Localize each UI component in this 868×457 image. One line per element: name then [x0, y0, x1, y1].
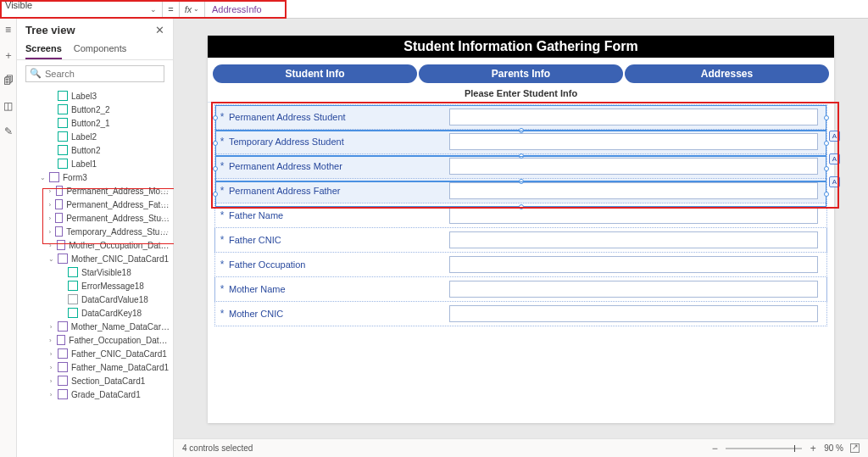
required-star: * [215, 259, 229, 270]
tree-item[interactable]: ›Father_Occupation_DataCard1 [17, 333, 173, 347]
field-input[interactable] [449, 231, 818, 248]
tree-item[interactable]: StarVisible18 [17, 265, 173, 279]
form-field-row[interactable]: *Father Name [214, 203, 827, 228]
tab-student-info[interactable]: Student Info [213, 64, 417, 83]
form-container[interactable]: *Permanent Address Student*Temporary Add… [214, 104, 827, 326]
tree-item[interactable]: ›Section_DataCard1 [17, 374, 173, 387]
close-icon[interactable]: ✕ [155, 24, 164, 36]
expander-icon[interactable]: ⌄ [39, 174, 46, 181]
property-dropdown[interactable]: Visible ⌄ [0, 0, 163, 18]
search-input[interactable] [25, 65, 164, 82]
zoom-slider[interactable] [726, 448, 802, 449]
more-icon[interactable]: ··· [160, 187, 170, 195]
tree-item-label: Button2 [71, 146, 100, 155]
expander-icon[interactable]: › [47, 377, 54, 385]
field-input[interactable] [449, 158, 818, 175]
form-field-row[interactable]: *Mother Name [214, 276, 827, 302]
tree-item[interactable]: ErrorMessage18 [17, 279, 173, 293]
form-field-row[interactable]: *Mother CNIC [214, 301, 827, 326]
more-icon[interactable]: ··· [160, 200, 170, 209]
tree-item[interactable]: ›Permanent_Address_Mother_DataCard··· [17, 184, 173, 198]
tree-item[interactable]: ›Permanent_Address_Student_DataCard··· [17, 211, 173, 225]
tree-item[interactable]: ›Mother_Name_DataCard1 [17, 320, 173, 333]
tree-item-label: Form3 [63, 173, 87, 182]
tree-item[interactable]: ›Temporary_Address_Student_DataCard··· [17, 225, 173, 238]
expander-icon[interactable]: › [47, 215, 52, 222]
insert-icon[interactable]: ＋ [3, 49, 14, 61]
control-icon [58, 376, 68, 386]
tree-item[interactable]: Label1 [17, 157, 173, 170]
expander-icon[interactable]: ⌄ [47, 255, 54, 263]
selection-tag: A [829, 153, 840, 164]
expander-icon[interactable]: › [47, 323, 54, 331]
field-input[interactable] [449, 305, 818, 322]
tab-components[interactable]: Components [74, 38, 126, 59]
tree-item[interactable]: ›Mother_Occupation_DataCard1 [17, 238, 173, 252]
field-input[interactable] [449, 109, 818, 125]
tree-item[interactable]: Label3 [17, 89, 173, 103]
data-icon[interactable]: 🗐 [3, 75, 14, 86]
field-input[interactable] [449, 207, 818, 224]
left-rail: ≡ ＋ 🗐 ◫ ✎ [0, 19, 17, 457]
control-icon [68, 281, 78, 291]
form-field-row[interactable]: *Permanent Address Father [214, 178, 827, 203]
tree-item[interactable]: DataCardValue18 [17, 293, 173, 306]
tab-screens[interactable]: Screens [25, 38, 62, 59]
tree-item[interactable]: Button2_2 [17, 103, 173, 116]
expander-icon[interactable]: › [47, 337, 53, 344]
media-icon[interactable]: ◫ [3, 100, 14, 112]
tree-item[interactable]: ›Father_CNIC_DataCard1 [17, 347, 173, 360]
control-icon [58, 254, 68, 264]
required-star: * [215, 185, 229, 197]
tree-item[interactable]: ›Grade_DataCard1 [17, 387, 173, 401]
tab-parents-info[interactable]: Parents Info [419, 64, 623, 83]
search-icon: 🔍 [30, 68, 42, 79]
expander-icon[interactable]: › [47, 391, 54, 398]
field-input[interactable] [449, 281, 818, 298]
tree-item[interactable]: Label2 [17, 130, 173, 143]
tree-panel: Tree view ✕ Screens Components 🔍 Label3B… [17, 19, 174, 457]
form-field-row[interactable]: *Father Occupation [214, 252, 827, 277]
expander-icon[interactable]: › [47, 350, 54, 358]
control-icon [68, 294, 78, 304]
zoom-in-button[interactable]: + [809, 443, 817, 454]
formula-input[interactable]: AddressInfo [205, 0, 868, 18]
tree-item[interactable]: ›Permanent_Address_Father_DataCard1··· [17, 198, 173, 211]
zoom-control: − + 90 % [710, 443, 860, 454]
fullscreen-icon[interactable] [850, 443, 860, 453]
form-field-row[interactable]: *Permanent Address Mother [214, 153, 827, 179]
fx-label[interactable]: fx⌄ [180, 0, 205, 18]
expander-icon[interactable]: › [47, 228, 52, 236]
more-icon[interactable]: ··· [160, 227, 170, 236]
tree-item[interactable]: Button2_1 [17, 116, 173, 130]
tab-addresses[interactable]: Addresses [625, 64, 829, 83]
field-input[interactable] [449, 182, 818, 199]
expander-icon[interactable]: › [47, 201, 52, 209]
zoom-out-button[interactable]: − [710, 443, 719, 454]
control-icon [55, 226, 63, 237]
tree-item-label: Mother_CNIC_DataCard1 [71, 254, 169, 264]
control-icon [58, 362, 68, 372]
tree-title: Tree view [25, 24, 75, 36]
expander-icon[interactable]: › [47, 187, 53, 195]
tree-item[interactable]: Button2 [17, 143, 173, 157]
tree-search: 🔍 [25, 65, 164, 82]
tree-item-label: Mother_Name_DataCard1 [71, 322, 170, 332]
tree-item[interactable]: ⌄Form3 [17, 170, 173, 184]
app-tab-row: Student Info Parents Info Addresses [208, 58, 834, 86]
tree-item[interactable]: DataCardKey18 [17, 306, 173, 320]
tree-item[interactable]: ›Father_Name_DataCard1 [17, 360, 173, 374]
form-field-row[interactable]: *Permanent Address Student [214, 104, 827, 130]
equals-label: = [163, 0, 180, 18]
form-field-row[interactable]: *Temporary Address Student [214, 129, 827, 154]
expander-icon[interactable]: › [47, 242, 53, 249]
field-label: Temporary Address Student [229, 137, 449, 147]
field-input[interactable] [449, 133, 818, 150]
expander-icon[interactable]: › [47, 364, 54, 371]
tree-view-icon[interactable]: ≡ [3, 24, 14, 36]
more-icon[interactable]: ··· [160, 214, 170, 222]
tree-item[interactable]: ⌄Mother_CNIC_DataCard1 [17, 252, 173, 265]
form-field-row[interactable]: *Father CNIC [214, 227, 827, 253]
field-input[interactable] [449, 256, 818, 273]
tools-icon[interactable]: ✎ [3, 125, 14, 137]
